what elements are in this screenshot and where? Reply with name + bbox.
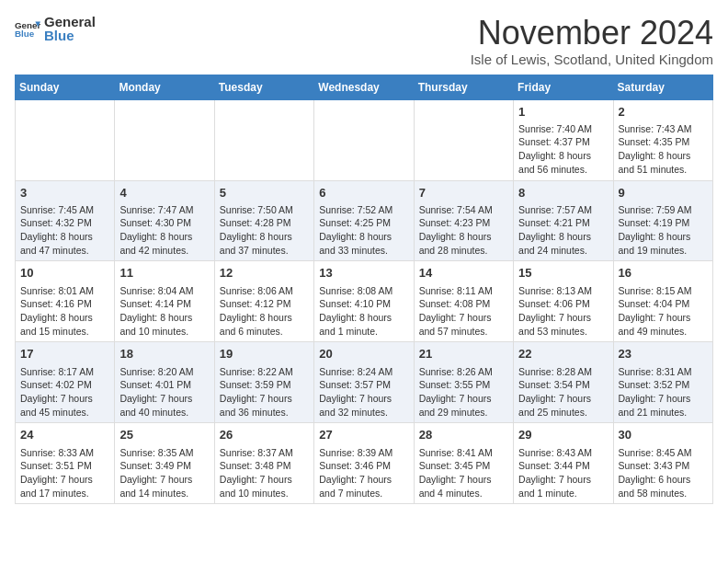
day-info: Sunrise: 7:45 AMSunset: 4:32 PMDaylight:… (20, 203, 109, 258)
table-row: 10Sunrise: 8:01 AMSunset: 4:16 PMDayligh… (16, 261, 115, 342)
day-number: 26 (220, 427, 309, 443)
table-row: 12Sunrise: 8:06 AMSunset: 4:12 PMDayligh… (214, 261, 313, 342)
table-row: 24Sunrise: 8:33 AMSunset: 3:51 PMDayligh… (16, 423, 115, 504)
day-number: 9 (619, 185, 708, 201)
logo: General Blue General Blue (15, 15, 96, 43)
table-row (314, 99, 414, 180)
table-row: 5Sunrise: 7:50 AMSunset: 4:28 PMDaylight… (214, 180, 313, 261)
table-row: 2Sunrise: 7:43 AMSunset: 4:35 PMDaylight… (613, 99, 712, 180)
day-number: 10 (20, 265, 109, 282)
table-row: 28Sunrise: 8:41 AMSunset: 3:45 PMDayligh… (414, 423, 513, 504)
day-number: 16 (619, 265, 708, 282)
day-info: Sunrise: 8:08 AMSunset: 4:10 PMDaylight:… (319, 284, 408, 339)
day-number: 30 (619, 427, 708, 443)
day-number: 22 (518, 346, 608, 362)
table-row: 29Sunrise: 8:43 AMSunset: 3:44 PMDayligh… (514, 423, 613, 504)
day-number: 8 (518, 185, 608, 201)
day-number: 24 (20, 427, 109, 443)
day-info: Sunrise: 8:04 AMSunset: 4:14 PMDaylight:… (119, 284, 209, 339)
day-number: 20 (319, 346, 408, 362)
table-row (414, 99, 513, 180)
day-info: Sunrise: 8:45 AMSunset: 3:43 PMDaylight:… (619, 446, 708, 500)
svg-text:Blue: Blue (15, 29, 35, 39)
day-number: 21 (419, 346, 508, 362)
col-thursday: Thursday (414, 75, 513, 99)
day-info: Sunrise: 8:11 AMSunset: 4:08 PMDaylight:… (419, 284, 508, 339)
month-title: November 2024 (471, 15, 713, 52)
day-number: 25 (119, 427, 209, 443)
table-row: 22Sunrise: 8:28 AMSunset: 3:54 PMDayligh… (514, 342, 613, 423)
table-row: 25Sunrise: 8:35 AMSunset: 3:49 PMDayligh… (115, 423, 214, 504)
table-row: 30Sunrise: 8:45 AMSunset: 3:43 PMDayligh… (613, 423, 712, 504)
day-number: 2 (619, 104, 708, 121)
table-row: 19Sunrise: 8:22 AMSunset: 3:59 PMDayligh… (214, 342, 313, 423)
day-info: Sunrise: 8:37 AMSunset: 3:48 PMDaylight:… (220, 446, 309, 500)
col-tuesday: Tuesday (214, 75, 313, 99)
table-row: 26Sunrise: 8:37 AMSunset: 3:48 PMDayligh… (214, 423, 313, 504)
day-info: Sunrise: 8:33 AMSunset: 3:51 PMDaylight:… (20, 446, 109, 500)
table-row: 15Sunrise: 8:13 AMSunset: 4:06 PMDayligh… (514, 261, 613, 342)
day-number: 19 (220, 346, 309, 362)
day-info: Sunrise: 7:50 AMSunset: 4:28 PMDaylight:… (220, 203, 309, 258)
day-info: Sunrise: 7:47 AMSunset: 4:30 PMDaylight:… (119, 203, 209, 258)
table-row: 9Sunrise: 7:59 AMSunset: 4:19 PMDaylight… (613, 180, 712, 261)
table-row: 14Sunrise: 8:11 AMSunset: 4:08 PMDayligh… (414, 261, 513, 342)
col-saturday: Saturday (613, 75, 712, 99)
table-row (115, 99, 214, 180)
table-row: 18Sunrise: 8:20 AMSunset: 4:01 PMDayligh… (115, 342, 214, 423)
day-number: 7 (419, 185, 508, 201)
day-info: Sunrise: 7:40 AMSunset: 4:37 PMDaylight:… (518, 122, 608, 177)
day-number: 1 (518, 104, 608, 121)
calendar-week-row: 3Sunrise: 7:45 AMSunset: 4:32 PMDaylight… (16, 180, 713, 261)
day-number: 28 (419, 427, 508, 443)
day-info: Sunrise: 8:22 AMSunset: 3:59 PMDaylight:… (220, 365, 309, 419)
day-info: Sunrise: 8:20 AMSunset: 4:01 PMDaylight:… (119, 365, 209, 419)
page-header: General Blue General Blue November 2024 … (15, 15, 713, 67)
table-row: 6Sunrise: 7:52 AMSunset: 4:25 PMDaylight… (314, 180, 414, 261)
table-row: 11Sunrise: 8:04 AMSunset: 4:14 PMDayligh… (115, 261, 214, 342)
day-info: Sunrise: 8:43 AMSunset: 3:44 PMDaylight:… (518, 446, 608, 500)
day-info: Sunrise: 8:41 AMSunset: 3:45 PMDaylight:… (419, 446, 508, 500)
table-row: 20Sunrise: 8:24 AMSunset: 3:57 PMDayligh… (314, 342, 414, 423)
calendar-week-row: 1Sunrise: 7:40 AMSunset: 4:37 PMDaylight… (16, 99, 713, 180)
calendar-week-row: 24Sunrise: 8:33 AMSunset: 3:51 PMDayligh… (16, 423, 713, 504)
day-number: 6 (319, 185, 408, 201)
col-monday: Monday (115, 75, 214, 99)
table-row: 21Sunrise: 8:26 AMSunset: 3:55 PMDayligh… (414, 342, 513, 423)
logo-text-blue: Blue (44, 29, 96, 44)
calendar-table: Sunday Monday Tuesday Wednesday Thursday… (15, 75, 713, 505)
title-block: November 2024 Isle of Lewis, Scotland, U… (471, 15, 713, 67)
day-info: Sunrise: 8:31 AMSunset: 3:52 PMDaylight:… (619, 365, 708, 419)
table-row: 16Sunrise: 8:15 AMSunset: 4:04 PMDayligh… (613, 261, 712, 342)
table-row: 1Sunrise: 7:40 AMSunset: 4:37 PMDaylight… (514, 99, 613, 180)
day-number: 13 (319, 265, 408, 282)
day-info: Sunrise: 8:28 AMSunset: 3:54 PMDaylight:… (518, 365, 608, 419)
day-number: 12 (220, 265, 309, 282)
day-info: Sunrise: 7:52 AMSunset: 4:25 PMDaylight:… (319, 203, 408, 258)
table-row: 17Sunrise: 8:17 AMSunset: 4:02 PMDayligh… (16, 342, 115, 423)
day-info: Sunrise: 8:13 AMSunset: 4:06 PMDaylight:… (518, 284, 608, 339)
calendar-header-row: Sunday Monday Tuesday Wednesday Thursday… (16, 75, 713, 99)
day-number: 29 (518, 427, 608, 443)
day-number: 23 (619, 346, 708, 362)
table-row: 4Sunrise: 7:47 AMSunset: 4:30 PMDaylight… (115, 180, 214, 261)
table-row: 23Sunrise: 8:31 AMSunset: 3:52 PMDayligh… (613, 342, 712, 423)
day-number: 17 (20, 346, 109, 362)
day-info: Sunrise: 8:24 AMSunset: 3:57 PMDaylight:… (319, 365, 408, 419)
table-row: 7Sunrise: 7:54 AMSunset: 4:23 PMDaylight… (414, 180, 513, 261)
day-info: Sunrise: 8:26 AMSunset: 3:55 PMDaylight:… (419, 365, 508, 419)
day-info: Sunrise: 7:59 AMSunset: 4:19 PMDaylight:… (619, 203, 708, 258)
table-row: 3Sunrise: 7:45 AMSunset: 4:32 PMDaylight… (16, 180, 115, 261)
logo-icon: General Blue (15, 17, 40, 42)
col-wednesday: Wednesday (314, 75, 414, 99)
table-row (214, 99, 313, 180)
day-number: 5 (220, 185, 309, 201)
table-row (16, 99, 115, 180)
day-number: 14 (419, 265, 508, 282)
day-number: 3 (20, 185, 109, 201)
day-info: Sunrise: 8:39 AMSunset: 3:46 PMDaylight:… (319, 446, 408, 500)
day-info: Sunrise: 8:35 AMSunset: 3:49 PMDaylight:… (119, 446, 209, 500)
table-row: 8Sunrise: 7:57 AMSunset: 4:21 PMDaylight… (514, 180, 613, 261)
day-number: 11 (119, 265, 209, 282)
day-info: Sunrise: 8:06 AMSunset: 4:12 PMDaylight:… (220, 284, 309, 339)
